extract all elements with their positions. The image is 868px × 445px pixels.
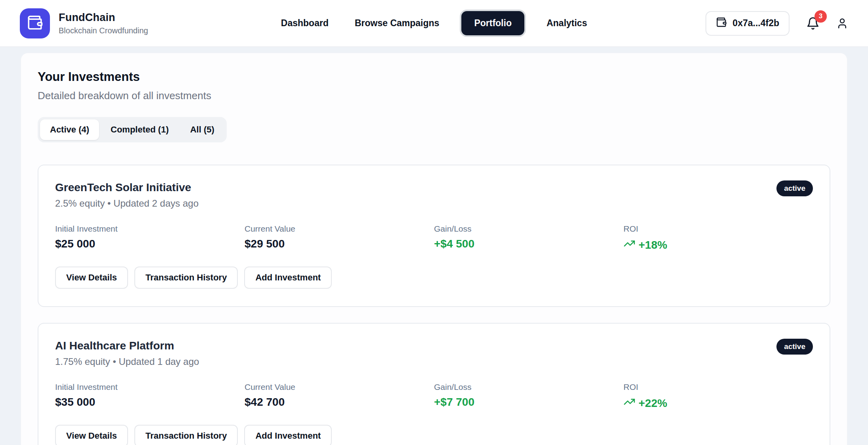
bell-icon [806, 25, 820, 31]
transaction-history-button[interactable]: Transaction History [134, 425, 238, 445]
investment-meta: 2.5% equity • Updated 2 days ago [55, 198, 813, 209]
stat-value: +$7 700 [434, 396, 623, 409]
view-details-button[interactable]: View Details [55, 425, 128, 445]
investment-card: active GreenTech Solar Initiative 2.5% e… [38, 165, 830, 307]
status-badge: active [776, 180, 813, 196]
card-actions: View Details Transaction History Add Inv… [55, 425, 813, 445]
stat-label: ROI [623, 224, 813, 234]
stat-gain-loss: Gain/Loss +$4 500 [434, 224, 623, 252]
stat-value: $42 700 [245, 396, 434, 409]
stat-initial-investment: Initial Investment $25 000 [55, 224, 245, 252]
app-title: FundChain [59, 12, 148, 24]
investment-card: active AI Healthcare Platform 1.75% equi… [38, 323, 830, 445]
investment-title: GreenTech Solar Initiative [55, 181, 813, 194]
add-investment-button[interactable]: Add Investment [244, 267, 332, 289]
stat-roi: ROI +18% [623, 224, 813, 252]
nav-item-dashboard[interactable]: Dashboard [277, 12, 333, 34]
stat-value: $25 000 [55, 238, 245, 250]
stat-label: Gain/Loss [434, 382, 623, 392]
stat-gain-loss: Gain/Loss +$7 700 [434, 382, 623, 410]
card-actions: View Details Transaction History Add Inv… [55, 267, 813, 289]
nav-item-analytics[interactable]: Analytics [543, 12, 591, 34]
stat-label: ROI [623, 382, 813, 392]
stat-value: +18% [623, 238, 813, 252]
investments-panel: Your Investments Detailed breakdown of a… [21, 53, 847, 445]
wallet-icon [27, 14, 43, 33]
tab-active[interactable]: Active (4) [40, 119, 99, 140]
investment-meta: 1.75% equity • Updated 1 day ago [55, 356, 813, 367]
brand: FundChain Blockchain Crowdfunding [20, 8, 190, 38]
stat-label: Initial Investment [55, 382, 245, 392]
stat-value: +22% [623, 396, 813, 410]
app-header: FundChain Blockchain Crowdfunding Dashbo… [0, 0, 868, 47]
roi-value: +22% [639, 397, 667, 410]
page-subtitle: Detailed breakdown of all investments [38, 90, 830, 102]
stat-label: Current Value [245, 224, 434, 234]
add-investment-button[interactable]: Add Investment [244, 425, 332, 445]
notifications-button[interactable]: 3 [806, 17, 820, 30]
stat-value: $29 500 [245, 238, 434, 250]
user-icon [836, 24, 848, 31]
stat-label: Current Value [245, 382, 434, 392]
investment-list: active GreenTech Solar Initiative 2.5% e… [38, 165, 830, 445]
notification-count-badge: 3 [814, 10, 827, 23]
investment-title: AI Healthcare Platform [55, 340, 813, 352]
stat-label: Gain/Loss [434, 224, 623, 234]
transaction-history-button[interactable]: Transaction History [134, 267, 238, 289]
stat-label: Initial Investment [55, 224, 245, 234]
wallet-address: 0x7a...4f2b [732, 18, 779, 29]
stat-value: $35 000 [55, 396, 245, 409]
trending-up-icon [623, 238, 635, 252]
brand-text: FundChain Blockchain Crowdfunding [59, 12, 148, 35]
nav-item-portfolio[interactable]: Portfolio [461, 11, 524, 35]
main-nav: Dashboard Browse Campaigns Portfolio Ana… [202, 11, 666, 35]
trending-up-icon [623, 396, 635, 410]
roi-value: +18% [639, 239, 667, 251]
investment-stats: Initial Investment $35 000 Current Value… [55, 382, 813, 410]
stat-current-value: Current Value $42 700 [245, 382, 434, 410]
view-details-button[interactable]: View Details [55, 267, 128, 289]
status-badge: active [776, 339, 813, 355]
wallet-address-button[interactable]: 0x7a...4f2b [705, 11, 790, 36]
stat-value: +$4 500 [434, 238, 623, 250]
user-profile-button[interactable] [836, 17, 848, 29]
filter-tabs: Active (4) Completed (1) All (5) [38, 117, 227, 142]
main-content: Your Investments Detailed breakdown of a… [0, 47, 868, 445]
stat-initial-investment: Initial Investment $35 000 [55, 382, 245, 410]
tab-completed[interactable]: Completed (1) [101, 119, 179, 140]
app-logo [20, 8, 50, 38]
page-title: Your Investments [38, 70, 830, 84]
stat-current-value: Current Value $29 500 [245, 224, 434, 252]
investment-stats: Initial Investment $25 000 Current Value… [55, 224, 813, 252]
tab-all[interactable]: All (5) [180, 119, 224, 140]
nav-item-browse-campaigns[interactable]: Browse Campaigns [351, 12, 443, 34]
app-tagline: Blockchain Crowdfunding [59, 26, 148, 35]
stat-roi: ROI +22% [623, 382, 813, 410]
wallet-icon [716, 17, 727, 30]
header-actions: 0x7a...4f2b 3 [678, 11, 848, 36]
